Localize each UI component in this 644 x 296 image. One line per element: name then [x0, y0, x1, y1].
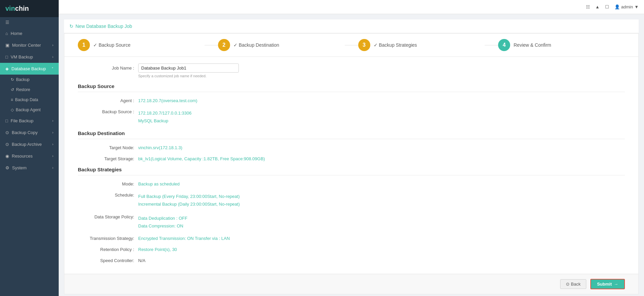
page-title: New Database Backup Job	[75, 24, 132, 29]
sidebar-sub-item-backup-data[interactable]: ≡ Backup Data	[0, 95, 59, 105]
sidebar-item-label: Home	[11, 31, 22, 36]
page-header-icon: ↻	[69, 24, 73, 29]
sidebar-item-label: Backup Archive	[12, 142, 42, 147]
data-storage-policy-value: Data Deduplication : OFF Data Compressio…	[138, 212, 625, 230]
backup-source-label: Backup Source :	[78, 107, 138, 114]
step-3-text: Backup Strategies	[379, 42, 417, 48]
user-icon: 👤	[614, 4, 620, 9]
sidebar-item-file-backup[interactable]: □ File Backup ›	[0, 115, 59, 127]
steps-bar: 1 ✓ Backup Source 2 ✓ Backup Destination	[64, 34, 638, 57]
schedule-label: Schedule:	[78, 191, 138, 198]
section-title-backup-destination: Backup Destination	[78, 130, 625, 139]
mode-row: Mode: Backup as scheduled	[78, 179, 625, 186]
transmission-strategy-value: Encrypted Transmission: ON Transfer via …	[138, 234, 625, 241]
step-4-label: Review & Confirm	[514, 42, 551, 48]
archive-icon: ⊙	[5, 142, 9, 147]
step-2-check: ✓	[233, 42, 237, 48]
chevron-right-icon: ›	[52, 166, 53, 170]
target-node-label: Target Node:	[78, 143, 138, 150]
back-button[interactable]: ⊙ Back	[560, 279, 586, 289]
sidebar-sub-item-backup-agent[interactable]: ◇ Backup Agent	[0, 105, 59, 115]
job-name-row: Job Name : Specify a customized job name…	[78, 64, 625, 78]
page-header: ↻ New Database Backup Job	[64, 19, 639, 33]
topbar-icons: ☷ ▲ ☐	[586, 4, 609, 9]
sidebar-item-backup-archive[interactable]: ⊙ Backup Archive ›	[0, 138, 59, 150]
step-3-number: 3	[363, 42, 366, 48]
sidebar-item-label: Database Backup	[11, 66, 46, 71]
sub-item-label: Backup Agent	[16, 108, 41, 112]
step-sep-2	[345, 45, 358, 45]
sidebar-item-label: VM Backup	[11, 54, 33, 59]
submit-label: Submit	[597, 282, 612, 287]
target-storage-label: Target Storage:	[78, 154, 138, 161]
sidebar-item-label: Backup Copy	[12, 130, 38, 135]
sidebar-item-monitor-center[interactable]: ▣ Monitor Center ›	[0, 39, 59, 51]
copy-icon: ⊙	[5, 130, 9, 135]
backup-source-row: Backup Source : 172.18.20.7/127.0.0.1:33…	[78, 107, 625, 125]
target-storage-value: bk_lv1(Logical Volume, Capacity :1.82TB,…	[138, 154, 625, 161]
logo-text: vinchin	[5, 5, 29, 12]
file-icon: □	[5, 118, 8, 123]
sidebar-item-resources[interactable]: ◉ Resources ›	[0, 150, 59, 162]
data-storage-policy-row: Data Storage Policy: Data Deduplication …	[78, 212, 625, 230]
sidebar-item-vm-backup[interactable]: □ VM Backup ›	[0, 51, 59, 63]
step-1-number: 1	[83, 42, 86, 48]
sidebar-sub-item-backup[interactable]: ↻ Backup	[0, 75, 59, 85]
sidebar-item-system[interactable]: ⚙ System ›	[0, 162, 59, 174]
step-2-circle: 2	[218, 39, 230, 51]
sidebar-item-label: Monitor Center	[12, 43, 41, 48]
job-name-input[interactable]	[138, 64, 239, 73]
sidebar-toggle[interactable]: ☰	[0, 17, 59, 28]
chevron-right-icon: ›	[52, 154, 53, 158]
target-node-row: Target Node: vinchin.srv(172.18.1.3)	[78, 143, 625, 150]
retention-policy-value: Restore Point(s), 30	[138, 245, 625, 252]
section-title-backup-source: Backup Source	[78, 83, 625, 92]
schedule-value: Full Backup (Every Friday, 23:00:00Start…	[138, 191, 625, 208]
mode-label: Mode:	[78, 179, 138, 186]
submit-icon: →	[614, 282, 618, 287]
speed-controller-label: Speed Controller:	[78, 256, 138, 263]
agent-value: 172.18.20.7(oversea.test.com)	[138, 96, 625, 103]
list-icon: ≡	[11, 97, 13, 102]
step-2-number: 2	[222, 42, 225, 48]
step-sep-1	[205, 45, 218, 45]
job-name-hint: Specify a customized job name if needed.	[138, 74, 239, 78]
step-sep-3	[485, 45, 498, 45]
step-1-label: ✓ Backup Source	[93, 42, 130, 48]
grid-icon[interactable]: ☷	[586, 4, 590, 9]
target-node-value: vinchin.srv(172.18.1.3)	[138, 143, 625, 150]
step-3-circle: 3	[358, 39, 370, 51]
step-3-check: ✓	[374, 42, 378, 48]
transmission-strategy-label: Transmission Strategy:	[78, 234, 138, 241]
data-storage-policy-label: Data Storage Policy:	[78, 212, 138, 219]
backup-icon: ↻	[11, 77, 14, 82]
user-menu[interactable]: 👤 admin ▼	[614, 4, 639, 9]
agent-icon: ◇	[11, 108, 14, 112]
vm-icon: □	[5, 54, 8, 59]
step-4-circle: 4	[498, 39, 510, 51]
db-icon: ◈	[5, 66, 9, 71]
form-area: Job Name : Specify a customized job name…	[64, 57, 638, 274]
chevron-right-icon: ›	[52, 131, 53, 134]
wizard-footer: ⊙ Back Submit →	[64, 274, 638, 294]
sidebar-item-database-backup[interactable]: ◈ Database Backup ˅	[0, 63, 59, 75]
chevron-down-icon: ▼	[634, 4, 639, 9]
logo: vinchin	[0, 0, 59, 17]
schedule-row: Schedule: Full Backup (Every Friday, 23:…	[78, 191, 625, 208]
sub-item-label: Backup	[16, 77, 30, 82]
sidebar-sub-item-restore[interactable]: ↺ Restore	[0, 85, 59, 95]
step-4-number: 4	[503, 42, 506, 48]
job-name-label: Job Name :	[78, 64, 138, 71]
sidebar-item-home[interactable]: ⌂ Home	[0, 28, 59, 39]
resources-icon: ◉	[5, 154, 9, 159]
main-content: ☷ ▲ ☐ 👤 admin ▼ ↻ New Database Backup Jo…	[59, 0, 644, 296]
sidebar-item-label: File Backup	[11, 118, 34, 123]
transmission-strategy-row: Transmission Strategy: Encrypted Transmi…	[78, 234, 625, 241]
section-title-backup-strategies: Backup Strategies	[78, 167, 625, 175]
submit-button[interactable]: Submit →	[590, 279, 625, 289]
agent-row: Agent : 172.18.20.7(oversea.test.com)	[78, 96, 625, 103]
bell-icon[interactable]: ▲	[595, 4, 600, 9]
home-icon: ⌂	[5, 31, 8, 36]
sidebar-item-backup-copy[interactable]: ⊙ Backup Copy ›	[0, 127, 59, 138]
chat-icon[interactable]: ☐	[605, 4, 609, 9]
